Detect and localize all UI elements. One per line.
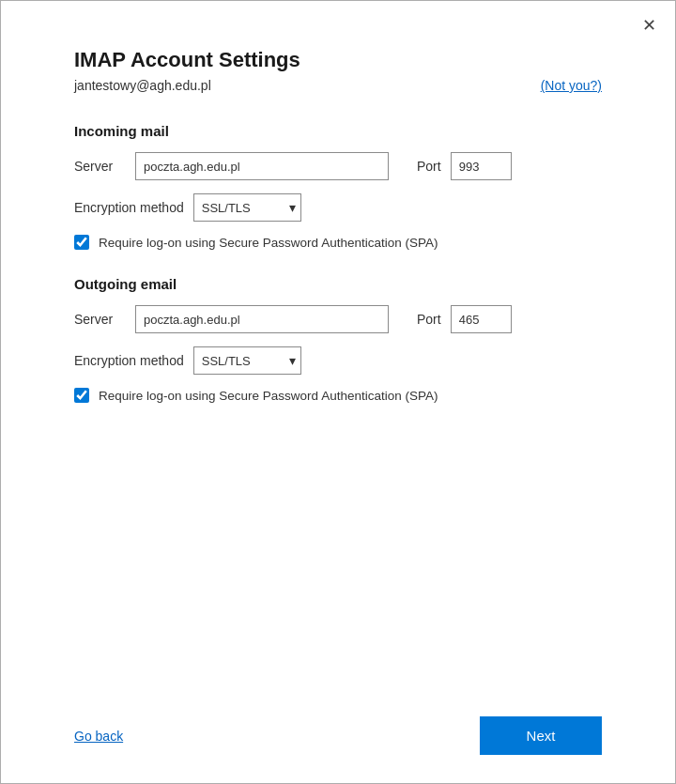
incoming-encryption-row: Encryption method SSL/TLS STARTTLS None [74,193,602,222]
outgoing-server-label: Server [74,312,126,327]
not-you-link[interactable]: (Not you?) [541,78,602,93]
next-button[interactable]: Next [480,716,602,755]
incoming-spa-label: Require log-on using Secure Password Aut… [99,236,438,250]
outgoing-email-section: Outgoing email Server Port Encryption me… [74,276,602,403]
outgoing-port-input[interactable] [451,305,512,333]
email-address: jantestowy@agh.edu.pl [74,78,211,93]
incoming-spa-row: Require log-on using Secure Password Aut… [74,235,602,250]
outgoing-spa-label: Require log-on using Secure Password Aut… [99,389,438,403]
outgoing-encryption-select-wrapper: SSL/TLS STARTTLS None [193,346,301,375]
outgoing-spa-checkbox[interactable] [74,388,89,403]
incoming-mail-section: Incoming mail Server Port Encryption met… [74,123,602,250]
incoming-spa-checkbox[interactable] [74,235,89,250]
email-row: jantestowy@agh.edu.pl (Not you?) [74,78,602,93]
outgoing-email-title: Outgoing email [74,276,602,292]
outgoing-encryption-row: Encryption method SSL/TLS STARTTLS None [74,346,602,375]
outgoing-encryption-label: Encryption method [74,353,184,368]
outgoing-port-label: Port [417,312,441,327]
close-button[interactable]: ✕ [636,12,662,38]
outgoing-server-input[interactable] [135,305,389,333]
outgoing-encryption-select[interactable]: SSL/TLS STARTTLS None [193,346,301,375]
incoming-mail-title: Incoming mail [74,123,602,139]
imap-account-settings-dialog: ✕ IMAP Account Settings jantestowy@agh.e… [0,0,676,784]
incoming-encryption-select[interactable]: SSL/TLS STARTTLS None [193,193,301,222]
go-back-button[interactable]: Go back [74,729,123,744]
incoming-server-label: Server [74,159,126,174]
incoming-port-label: Port [417,159,441,174]
incoming-port-input[interactable] [451,152,512,180]
dialog-footer: Go back Next [1,698,675,783]
incoming-server-row: Server Port [74,152,602,180]
incoming-server-input[interactable] [135,152,389,180]
outgoing-spa-row: Require log-on using Secure Password Aut… [74,388,602,403]
dialog-title: IMAP Account Settings [74,48,602,72]
incoming-encryption-label: Encryption method [74,200,184,215]
title-bar: ✕ [1,1,675,38]
outgoing-server-row: Server Port [74,305,602,333]
dialog-content: IMAP Account Settings jantestowy@agh.edu… [1,38,675,698]
incoming-encryption-select-wrapper: SSL/TLS STARTTLS None [193,193,301,222]
